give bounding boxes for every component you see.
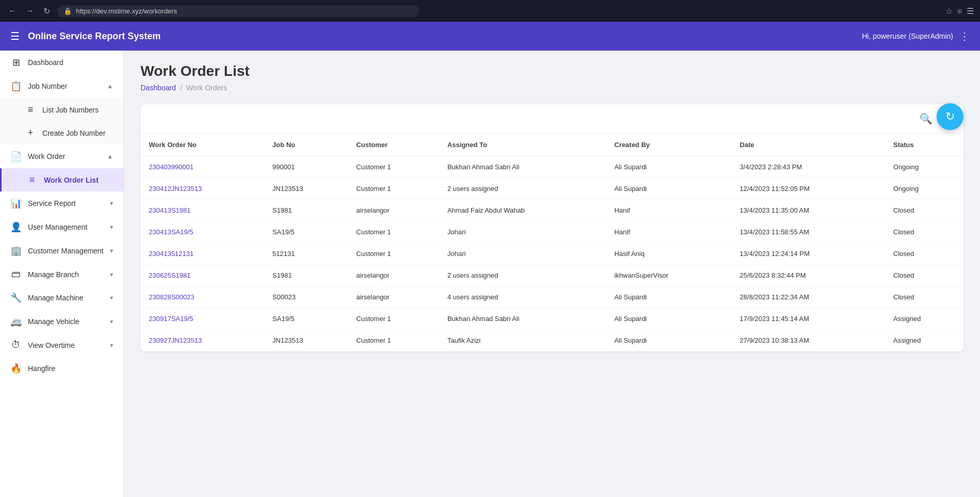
sidebar-item-work-order[interactable]: 📄 Work Order ▲ [0, 145, 123, 168]
search-button[interactable]: 🔍 [917, 110, 935, 127]
chevron-up-icon: ▲ [107, 83, 113, 90]
chevron-down-icon-mm: ▾ [110, 294, 113, 301]
cell-created-by: Ali Supardi [606, 286, 732, 308]
cell-customer: Customer 1 [348, 178, 439, 200]
cell-status: Closed [885, 286, 963, 308]
sidebar-item-manage-machine[interactable]: 🔧 Manage Machine ▾ [0, 286, 123, 310]
cell-work-order-no[interactable]: 230413SA19/5 [141, 221, 264, 243]
cell-created-by: Hasif Aniq [606, 243, 732, 265]
sidebar-item-list-job-numbers[interactable]: ≡ List Job Numbers [0, 98, 123, 121]
sidebar-item-hangfire[interactable]: 🔥 Hangfire [0, 357, 123, 380]
table-row: 230412JN123513 JN123513 Customer 1 2 use… [141, 178, 963, 200]
cell-customer: Customer 1 [348, 243, 439, 265]
cell-job-no: JN123513 [264, 330, 348, 351]
col-job-no: Job No [264, 134, 348, 156]
cell-date: 27/9/2023 10:38:13 AM [732, 330, 885, 351]
sidebar-item-work-order-list[interactable]: ≡ Work Order List [0, 168, 123, 191]
cell-job-no: SA19/5 [264, 221, 348, 243]
table-row: 230403990001 990001 Customer 1 Bukhari A… [141, 156, 963, 178]
cell-assigned-to: Ahmad Faiz Abdul Wahab [439, 200, 606, 221]
breadcrumb-separator: / [180, 84, 182, 92]
work-order-icon: 📄 [10, 151, 22, 162]
cell-status: Assigned [885, 308, 963, 330]
page-title: Work Order List [141, 63, 963, 79]
address-bar[interactable]: 🔒 https://dev.mstime.xyz/workorders [57, 5, 419, 17]
cell-assigned-to: 4 users assigned [439, 286, 606, 308]
cell-status: Closed [885, 200, 963, 221]
job-number-icon: 📋 [10, 81, 22, 92]
manage-machine-icon: 🔧 [10, 292, 22, 303]
sidebar-item-user-management[interactable]: 👤 User Management ▾ [0, 215, 123, 239]
cell-assigned-to: Bukhari Ahmad Sabri Ali [439, 308, 606, 330]
table-row: 230413SA19/5 SA19/5 Customer 1 Johari Ha… [141, 221, 963, 243]
cell-work-order-no[interactable]: 230403990001 [141, 156, 264, 178]
service-report-icon: 📊 [10, 198, 22, 209]
cell-status: Closed [885, 221, 963, 243]
sidebar-item-manage-branch[interactable]: 🗃 Manage Branch ▾ [0, 263, 123, 286]
cell-work-order-no[interactable]: 230625S1981 [141, 265, 264, 286]
cell-job-no: S00023 [264, 286, 348, 308]
sidebar-item-customer-management[interactable]: 🏢 Customer Management ▾ [0, 239, 123, 263]
main-layout: ⊞ Dashboard 📋 Job Number ▲ ≡ List Job Nu… [0, 51, 980, 497]
refresh-fab-button[interactable]: ↻ [937, 103, 963, 130]
col-work-order-no: Work Order No [141, 134, 264, 156]
cell-customer: Customer 1 [348, 156, 439, 178]
table-row: 230413512131 512131 Customer 1 Johari Ha… [141, 243, 963, 265]
sidebar-item-view-overtime[interactable]: ⏱ View Overtime ▾ [0, 333, 123, 357]
work-order-list-label: Work Order List [44, 176, 113, 184]
sidebar-item-manage-branch-label: Manage Branch [28, 270, 104, 279]
sidebar-item-create-job-number[interactable]: + Create Job Number [0, 121, 123, 145]
table-row: 230927JN123513 JN123513 Customer 1 Taufi… [141, 330, 963, 351]
cell-work-order-no[interactable]: 230927JN123513 [141, 330, 264, 351]
cell-work-order-no[interactable]: 230917SA19/5 [141, 308, 264, 330]
menu-icon[interactable]: ☰ [967, 6, 974, 16]
cell-customer: airselangor [348, 286, 439, 308]
hangfire-icon: 🔥 [10, 363, 22, 374]
sidebar-item-service-report[interactable]: 📊 Service Report ▾ [0, 191, 123, 215]
chevron-down-icon-vo: ▾ [110, 342, 113, 349]
cell-job-no: SA19/5 [264, 308, 348, 330]
back-button[interactable]: ← [6, 4, 19, 18]
cell-customer: airselangor [348, 265, 439, 286]
url-text: https://dev.mstime.xyz/workorders [76, 7, 177, 15]
cell-date: 3/4/2023 2:28:43 PM [732, 156, 885, 178]
more-options-icon[interactable]: ⋮ [959, 30, 970, 42]
cell-job-no: JN123513 [264, 178, 348, 200]
sidebar-item-job-number-label: Job Number [28, 82, 101, 90]
table-row: 230828S00023 S00023 airselangor 4 users … [141, 286, 963, 308]
create-job-number-label: Create Job Number [42, 129, 113, 137]
extensions-icon[interactable]: ⊕ [957, 7, 962, 15]
table-row: 230625S1981 S1981 airselangor 2 users as… [141, 265, 963, 286]
bookmark-icon[interactable]: ☆ [945, 6, 953, 16]
cell-status: Ongoing [885, 178, 963, 200]
chevron-down-icon-mb: ▾ [110, 271, 113, 278]
cell-customer: Customer 1 [348, 308, 439, 330]
cell-work-order-no[interactable]: 230412JN123513 [141, 178, 264, 200]
cell-work-order-no[interactable]: 230413512131 [141, 243, 264, 265]
cell-status: Closed [885, 265, 963, 286]
cell-created-by: Ali Supardi [606, 156, 732, 178]
cell-work-order-no[interactable]: 230413S1981 [141, 200, 264, 221]
hamburger-icon[interactable]: ☰ [10, 30, 20, 42]
sidebar-item-user-management-label: User Management [28, 223, 104, 231]
work-order-table-card: 🔍 ▼ Work Order No Job No Customer Assign… [141, 104, 963, 351]
cell-date: 25/6/2023 8:32:44 PM [732, 265, 885, 286]
reload-button[interactable]: ↻ [41, 4, 52, 18]
sidebar-item-job-number[interactable]: 📋 Job Number ▲ [0, 74, 123, 98]
chevron-up-icon-2: ▲ [107, 153, 113, 160]
work-order-table: Work Order No Job No Customer Assigned T… [141, 134, 963, 351]
cell-work-order-no[interactable]: 230828S00023 [141, 286, 264, 308]
breadcrumb-dashboard-link[interactable]: Dashboard [141, 84, 176, 92]
sidebar-item-manage-vehicle[interactable]: 🚐 Manage Vehicle ▾ [0, 310, 123, 333]
user-greeting: Hi, poweruser (SuperAdmin) [862, 32, 953, 40]
cell-assigned-to: Bukhari Ahmad Sabri Ali [439, 156, 606, 178]
cell-created-by: Hanif [606, 200, 732, 221]
list-icon-2: ≡ [26, 174, 38, 185]
main-content: Work Order List Dashboard / Work Orders … [124, 51, 980, 497]
cell-assigned-to: Taufik Azizi [439, 330, 606, 351]
app-container: ☰ Online Service Report System Hi, power… [0, 22, 980, 497]
sidebar-item-dashboard[interactable]: ⊞ Dashboard [0, 51, 123, 74]
forward-button[interactable]: → [24, 4, 36, 18]
manage-branch-icon: 🗃 [10, 269, 22, 280]
cell-assigned-to: Johari [439, 221, 606, 243]
